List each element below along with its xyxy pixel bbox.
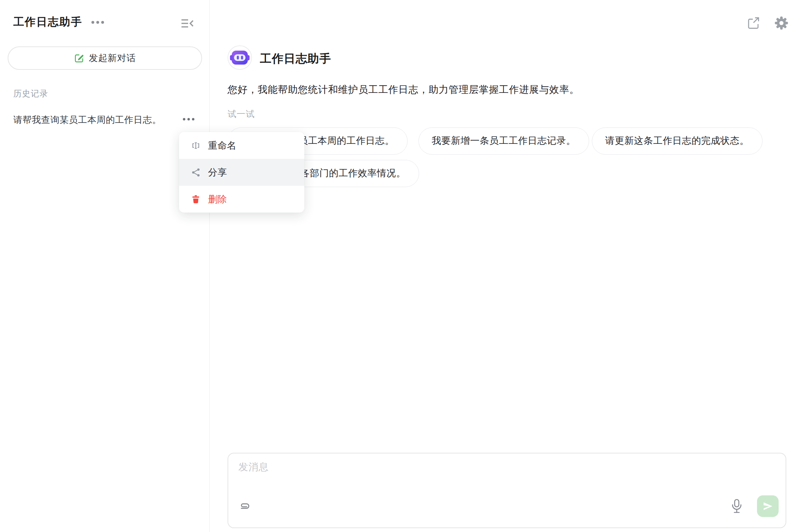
new-chat-button[interactable]: 发起新对话 — [8, 46, 202, 70]
dot — [183, 118, 185, 120]
trash-icon — [191, 194, 201, 205]
bot-name: 工作日志助手 — [260, 51, 331, 67]
history-item[interactable]: 请帮我查询某员工本周的工作日志。 — [13, 114, 177, 126]
robot-eye — [237, 56, 239, 60]
share-icon — [191, 167, 201, 178]
dot — [192, 118, 194, 120]
menu-item-label: 重命名 — [208, 139, 236, 152]
dot — [101, 21, 104, 24]
new-chat-label: 发起新对话 — [89, 52, 136, 64]
sidebar: 工作日志助手 发起新对话 历史记录 请帮我查询某员工本周的工作日志。 — [0, 0, 210, 532]
menu-item-share[interactable]: 分享 — [179, 159, 304, 186]
bot-greeting: 您好，我能帮助您统计和维护员工工作日志，助力管理层掌握工作进展与效率。 — [228, 83, 579, 96]
menu-item-label: 分享 — [208, 166, 227, 179]
context-menu: 重命名 分享 删除 — [179, 132, 304, 213]
collapse-sidebar-icon — [179, 27, 196, 32]
suggestion-chip[interactable]: 我要新增一条员工工作日志记录。 — [418, 127, 589, 155]
dot — [96, 21, 99, 24]
robot-icon — [232, 51, 248, 65]
collapse-sidebar-button[interactable] — [179, 16, 196, 31]
history-item-more-icon[interactable] — [183, 118, 194, 120]
message-input[interactable] — [238, 460, 719, 493]
menu-item-rename[interactable]: 重命名 — [179, 132, 304, 159]
paperclip-icon — [238, 509, 251, 514]
history-section-label: 历史记录 — [13, 88, 48, 99]
settings-button[interactable] — [773, 15, 789, 31]
menu-item-label: 删除 — [208, 193, 227, 206]
bot-avatar — [228, 45, 252, 70]
attach-file-button[interactable] — [238, 500, 251, 513]
robot-eye — [241, 56, 243, 60]
sidebar-more-icon[interactable] — [91, 21, 104, 24]
dot — [187, 118, 190, 120]
composer — [228, 453, 786, 528]
dot — [91, 21, 94, 24]
sidebar-app-title: 工作日志助手 — [13, 15, 82, 29]
open-external-button[interactable] — [745, 15, 762, 31]
external-link-icon — [746, 15, 761, 32]
send-icon — [762, 501, 773, 512]
send-button[interactable] — [757, 495, 779, 517]
microphone-icon — [730, 511, 744, 516]
menu-item-delete[interactable]: 删除 — [179, 186, 304, 213]
gear-icon — [773, 15, 789, 32]
try-it-label: 试一试 — [228, 108, 255, 120]
rename-icon — [191, 140, 201, 151]
suggestion-chip[interactable]: 请更新这条工作日志的完成状态。 — [592, 127, 763, 155]
compose-icon — [74, 53, 84, 63]
robot-visor — [234, 54, 246, 61]
voice-input-button[interactable] — [730, 498, 744, 515]
